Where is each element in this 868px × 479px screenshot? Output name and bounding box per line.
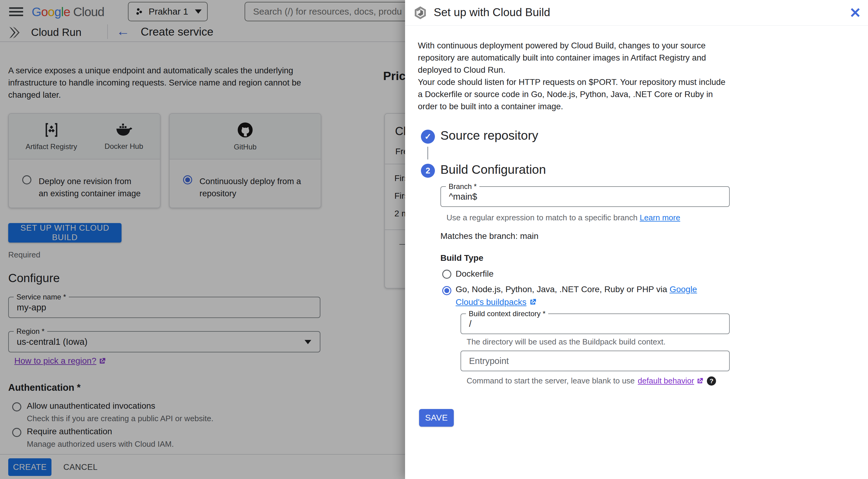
step1-check-badge: ✓ (421, 130, 435, 144)
step1-title[interactable]: Source repository (440, 129, 538, 143)
panel-header: Set up with Cloud Build ✕ (405, 0, 868, 26)
build-context-field[interactable]: Build context directory * (461, 313, 730, 334)
build-context-helper: The directory will be used as the Buildp… (467, 337, 665, 347)
dockerfile-radio[interactable] (442, 270, 452, 279)
buildpacks-label[interactable]: Go, Node.js, Python, Java, .NET Core, Ru… (456, 283, 714, 309)
panel-title: Set up with Cloud Build (434, 6, 550, 19)
branch-helper-prefix: Use a regular expression to match to a s… (446, 213, 640, 222)
entrypoint-input[interactable] (461, 351, 729, 371)
external-link-icon (529, 298, 537, 306)
learn-more-link[interactable]: Learn more (640, 213, 680, 222)
branch-helper-text: Use a regular expression to match to a s… (446, 213, 680, 223)
entrypoint-field[interactable] (461, 350, 730, 371)
entrypoint-helper-prefix: Command to start the server, leave blank… (467, 376, 635, 385)
buildpacks-label-prefix: Go, Node.js, Python, Java, .NET Core, Ru… (456, 284, 670, 294)
cloud-build-icon (413, 5, 428, 20)
entrypoint-helper: Command to start the server, leave blank… (467, 376, 716, 385)
screen: GoogleCloud Prakhar 1 Cloud Run ← Create… (0, 0, 868, 479)
branch-field[interactable]: Branch * (440, 186, 730, 207)
build-context-input[interactable] (461, 314, 729, 334)
dockerfile-label[interactable]: Dockerfile (456, 269, 493, 279)
modal-dim-overlay (0, 0, 405, 479)
step2-title[interactable]: Build Configuration (440, 163, 546, 177)
build-type-label: Build Type (440, 253, 483, 263)
external-link-icon (696, 377, 704, 385)
branch-input[interactable] (441, 187, 729, 206)
step2-number-badge: 2 (421, 164, 435, 178)
step-connector-line (427, 147, 428, 160)
close-icon[interactable]: ✕ (847, 5, 863, 21)
panel-description: With continuous deployment powered by Cl… (418, 40, 732, 113)
default-behavior-link-text: default behavior (638, 376, 694, 385)
save-button[interactable]: SAVE (419, 409, 454, 427)
branch-match-result: Matches the branch: main (440, 231, 538, 241)
panel-description-p1: With continuous deployment powered by Cl… (418, 41, 706, 74)
default-behavior-link[interactable]: default behavior (638, 376, 704, 385)
cloud-build-panel: Set up with Cloud Build ✕ With continuou… (405, 0, 868, 479)
help-icon[interactable]: ? (707, 376, 716, 385)
panel-description-p2: Your code should listen for HTTP request… (418, 77, 725, 111)
buildpacks-radio[interactable] (442, 286, 452, 295)
